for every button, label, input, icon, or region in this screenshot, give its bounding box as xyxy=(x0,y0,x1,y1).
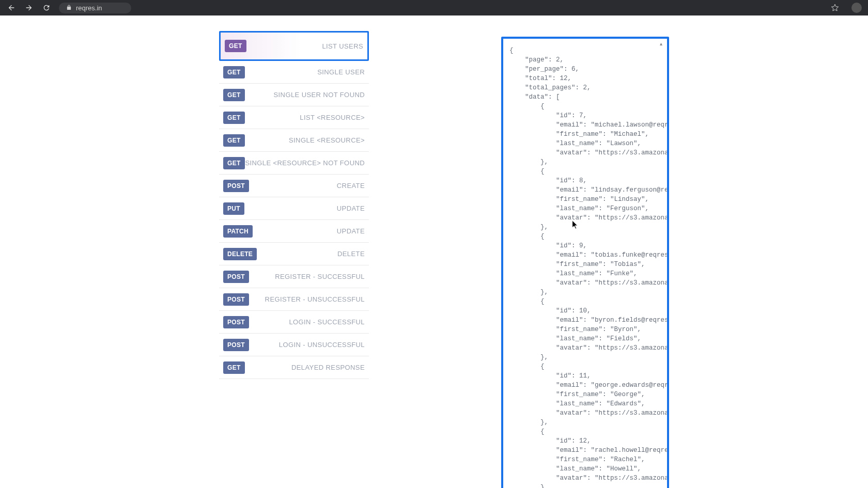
endpoint-row-3[interactable]: GETLIST <RESOURCE> xyxy=(219,106,369,129)
endpoint-label: UPDATE xyxy=(253,227,365,235)
endpoint-row-0[interactable]: GETLIST USERS xyxy=(219,31,369,61)
method-badge: GET xyxy=(223,112,245,124)
method-badge: GET xyxy=(223,66,245,78)
address-bar[interactable]: reqres.in xyxy=(59,3,131,13)
reload-button[interactable] xyxy=(41,3,52,13)
endpoint-row-6[interactable]: POSTCREATE xyxy=(219,175,369,197)
method-badge: GET xyxy=(223,157,245,169)
endpoint-label: LIST USERS xyxy=(246,42,363,50)
endpoint-label: DELETE xyxy=(257,250,365,258)
endpoint-label: CREATE xyxy=(249,182,365,190)
method-badge: POST xyxy=(223,339,249,351)
endpoint-row-11[interactable]: POSTREGISTER - UNSUCCESSFUL xyxy=(219,288,369,311)
bookmark-star-icon[interactable] xyxy=(830,3,840,13)
back-button[interactable] xyxy=(6,3,17,13)
browser-toolbar: reqres.in xyxy=(0,0,868,15)
endpoint-row-14[interactable]: GETDELAYED RESPONSE xyxy=(219,356,369,379)
method-badge: POST xyxy=(223,180,249,192)
endpoint-label: SINGLE <RESOURCE> xyxy=(245,136,365,144)
endpoint-label: LIST <RESOURCE> xyxy=(245,114,365,121)
endpoint-label: REGISTER - UNSUCCESSFUL xyxy=(249,295,365,303)
endpoint-label: SINGLE <RESOURCE> NOT FOUND xyxy=(245,159,365,167)
forward-button[interactable] xyxy=(24,3,34,13)
endpoint-row-13[interactable]: POSTLOGIN - UNSUCCESSFUL xyxy=(219,334,369,356)
response-json: { "page": 2, "per_page": 6, "total": 12,… xyxy=(503,39,667,488)
endpoint-row-4[interactable]: GETSINGLE <RESOURCE> xyxy=(219,129,369,152)
endpoint-row-1[interactable]: GETSINGLE USER xyxy=(219,61,369,84)
endpoint-label: SINGLE USER xyxy=(245,68,365,76)
url-text: reqres.in xyxy=(76,4,102,12)
endpoint-label: REGISTER - SUCCESSFUL xyxy=(249,273,365,280)
endpoint-row-7[interactable]: PUTUPDATE xyxy=(219,197,369,220)
lock-icon xyxy=(66,4,72,12)
profile-avatar[interactable] xyxy=(851,3,862,13)
endpoint-list: GETLIST USERSGETSINGLE USERGETSINGLE USE… xyxy=(219,31,369,379)
page-content: GETLIST USERSGETSINGLE USERGETSINGLE USE… xyxy=(0,15,868,488)
method-badge: POST xyxy=(223,316,249,328)
endpoint-label: LOGIN - SUCCESSFUL xyxy=(249,318,365,326)
endpoint-label: UPDATE xyxy=(244,204,365,212)
endpoint-row-5[interactable]: GETSINGLE <RESOURCE> NOT FOUND xyxy=(219,152,369,175)
method-badge: GET xyxy=(223,361,245,374)
method-badge: PATCH xyxy=(223,225,253,238)
method-badge: GET xyxy=(223,134,245,147)
method-badge: DELETE xyxy=(223,248,257,260)
endpoint-label: DELAYED RESPONSE xyxy=(245,364,365,371)
method-badge: POST xyxy=(223,293,249,306)
scroll-up-indicator: ▴ xyxy=(660,41,665,46)
endpoint-label: SINGLE USER NOT FOUND xyxy=(245,91,365,99)
method-badge: GET xyxy=(225,40,246,52)
method-badge: PUT xyxy=(223,202,244,215)
endpoint-row-8[interactable]: PATCHUPDATE xyxy=(219,220,369,243)
endpoint-row-12[interactable]: POSTLOGIN - SUCCESSFUL xyxy=(219,311,369,334)
endpoint-row-9[interactable]: DELETEDELETE xyxy=(219,243,369,265)
response-panel: ▴ { "page": 2, "per_page": 6, "total": 1… xyxy=(501,37,669,488)
response-scroll-area[interactable]: ▴ { "page": 2, "per_page": 6, "total": 1… xyxy=(503,39,667,488)
endpoint-row-2[interactable]: GETSINGLE USER NOT FOUND xyxy=(219,84,369,106)
method-badge: GET xyxy=(223,89,245,101)
endpoint-row-10[interactable]: POSTREGISTER - SUCCESSFUL xyxy=(219,265,369,288)
method-badge: POST xyxy=(223,271,249,283)
endpoint-label: LOGIN - UNSUCCESSFUL xyxy=(249,341,365,349)
